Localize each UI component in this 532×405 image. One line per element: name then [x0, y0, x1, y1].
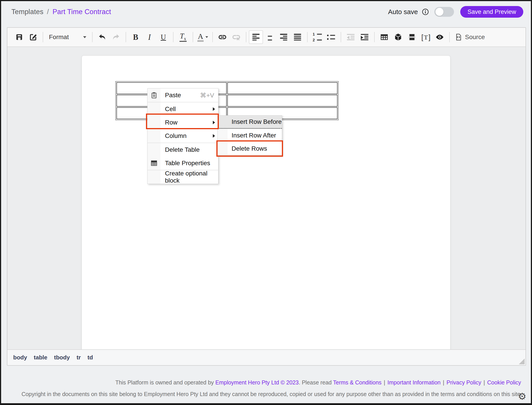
block-container-icon: [394, 33, 402, 41]
paste-shortcut: ⌘+V: [200, 92, 218, 99]
footer-terms-link[interactable]: Terms & Conditions: [333, 379, 382, 385]
token-icon: [T]: [421, 34, 431, 41]
italic-icon: I: [148, 33, 151, 41]
submenu-arrow-icon: [213, 107, 215, 111]
editor-toolbar: Format B I U Tx: [7, 28, 525, 47]
bold-button[interactable]: B: [129, 30, 143, 44]
menu-item-table-properties[interactable]: Table Properties: [148, 156, 218, 170]
save-template-button[interactable]: [12, 30, 26, 44]
align-justify-button[interactable]: [291, 30, 304, 44]
insert-table-button[interactable]: [377, 30, 391, 44]
menu-item-label: Paste: [165, 92, 181, 99]
toolbar-separator: [374, 32, 375, 42]
element-path-tr[interactable]: tr: [77, 354, 81, 361]
save-and-preview-button[interactable]: Save and Preview: [460, 6, 523, 18]
align-right-icon: [280, 34, 287, 40]
menu-item-cell[interactable]: Cell: [148, 102, 218, 116]
toolbar-separator: [173, 32, 174, 42]
footer-privacy-link[interactable]: Privacy Policy: [446, 379, 481, 385]
align-left-button[interactable]: [249, 30, 263, 44]
toolbar-separator: [307, 32, 308, 42]
footer-text: This Platform is owned and operated by: [115, 379, 215, 385]
link-icon: [218, 33, 227, 41]
footer-company-link[interactable]: Employment Hero Pty Ltd © 2023: [215, 379, 299, 385]
settings-gear-icon[interactable]: ⚙: [518, 392, 526, 401]
footer-separator: |: [443, 379, 444, 385]
info-icon[interactable]: [422, 8, 429, 15]
autosave-label: Auto save: [388, 8, 418, 16]
unlink-icon: [232, 33, 241, 41]
bulleted-list-icon: [327, 35, 335, 40]
footer-separator: |: [484, 379, 485, 385]
edit-template-icon: [29, 33, 37, 41]
remove-format-button[interactable]: Tx: [176, 30, 190, 44]
app-window: Templates/Part Time Contract Auto save S…: [0, 0, 532, 405]
menu-item-paste[interactable]: Paste ⌘+V: [148, 88, 218, 102]
element-path-td[interactable]: td: [88, 354, 93, 361]
page-break-icon: [408, 33, 416, 41]
table-cell[interactable]: [227, 82, 337, 94]
undo-icon: [98, 33, 106, 41]
align-right-button[interactable]: [277, 30, 291, 44]
element-path-table[interactable]: table: [34, 354, 47, 361]
underline-icon: U: [161, 34, 166, 41]
table-cell[interactable]: [227, 95, 337, 107]
numbered-list-icon: 1 2: [313, 32, 322, 42]
autosave-toggle[interactable]: [434, 7, 454, 17]
italic-button[interactable]: I: [143, 30, 156, 44]
page-title: Part Time Contract: [53, 8, 111, 16]
menu-item-row[interactable]: Row: [148, 116, 218, 129]
decrease-indent-icon: [347, 34, 355, 40]
element-path-tbody[interactable]: tbody: [54, 354, 70, 361]
footer-important-info-link[interactable]: Important Information: [387, 379, 441, 385]
submenu-item-label: Insert Row Before: [232, 118, 282, 125]
save-icon: [15, 33, 23, 41]
menu-item-delete-table[interactable]: Delete Table: [148, 143, 218, 156]
link-button[interactable]: [215, 30, 229, 44]
undo-button[interactable]: [95, 30, 109, 44]
menu-item-column[interactable]: Column: [148, 129, 218, 143]
source-icon: [455, 33, 462, 41]
preview-eye-icon: [435, 33, 444, 41]
toolbar-separator: [193, 32, 193, 42]
footer-cookie-link[interactable]: Cookie Policy: [487, 379, 521, 385]
unlink-button[interactable]: [229, 30, 243, 44]
preview-button[interactable]: [433, 30, 447, 44]
menu-item-label: Row: [165, 119, 177, 126]
insert-token-button[interactable]: [T]: [419, 30, 433, 44]
toolbar-separator: [43, 32, 43, 42]
decrease-indent-button[interactable]: [344, 30, 358, 44]
align-center-button[interactable]: [263, 30, 277, 44]
toggle-knob: [435, 8, 444, 16]
menu-item-label: Create optional block: [165, 170, 218, 184]
redo-button[interactable]: [109, 30, 123, 44]
document-page[interactable]: [81, 55, 451, 349]
submenu-item-insert-row-before[interactable]: Insert Row Before: [218, 115, 282, 129]
format-dropdown-label: Format: [49, 34, 69, 41]
increase-indent-icon: [361, 34, 368, 40]
redo-icon: [112, 33, 120, 41]
menu-item-create-optional-block[interactable]: Create optional block: [148, 170, 218, 184]
page-break-button[interactable]: [405, 30, 419, 44]
source-button-label: Source: [465, 34, 485, 41]
increase-indent-button[interactable]: [358, 30, 371, 44]
breadcrumb-templates-link[interactable]: Templates: [11, 8, 43, 16]
submenu-item-delete-rows[interactable]: Delete Rows: [218, 142, 282, 155]
underline-button[interactable]: U: [156, 30, 170, 44]
element-path-body[interactable]: body: [13, 354, 27, 361]
footer-separator: |: [384, 379, 385, 385]
rich-text-editor: Format B I U Tx: [7, 27, 526, 366]
editing-canvas: [7, 47, 525, 349]
text-color-button[interactable]: A: [196, 30, 210, 44]
numbered-list-button[interactable]: 1 2: [310, 30, 324, 44]
menu-item-label: Cell: [165, 106, 176, 113]
edit-template-button[interactable]: [26, 30, 40, 44]
bulleted-list-button[interactable]: [324, 30, 338, 44]
format-dropdown[interactable]: Format: [46, 31, 89, 44]
toolbar-separator: [246, 32, 246, 42]
align-left-icon: [252, 34, 260, 40]
source-button[interactable]: Source: [452, 31, 487, 44]
insert-block-container-button[interactable]: [391, 30, 405, 44]
editor-resize-handle[interactable]: [519, 358, 525, 364]
submenu-item-insert-row-after[interactable]: Insert Row After: [218, 129, 282, 142]
